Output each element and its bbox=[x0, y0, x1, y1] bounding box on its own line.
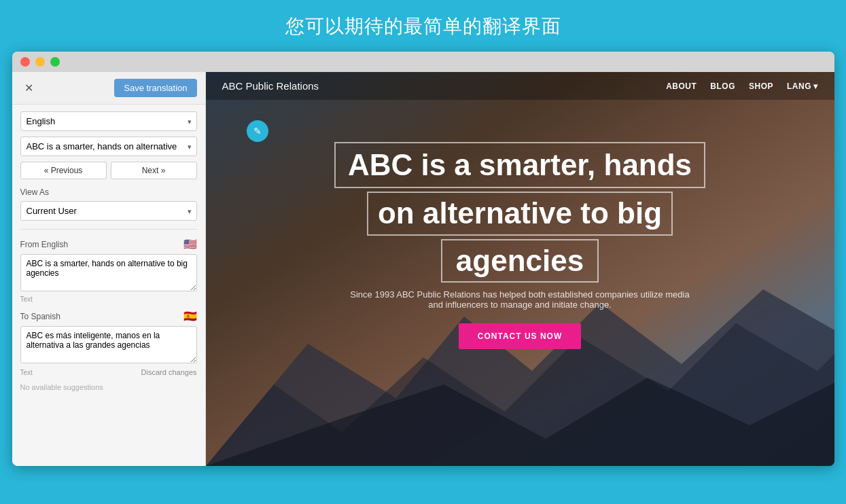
discard-row: Text Discard changes bbox=[20, 367, 197, 376]
browser-bar bbox=[12, 52, 834, 72]
close-button[interactable]: ✕ bbox=[20, 80, 37, 96]
site-logo: ABC Public Relations bbox=[222, 80, 319, 92]
to-label-row: To Spanish 🇪🇸 bbox=[20, 310, 197, 323]
headline-text-line3: agencies bbox=[456, 244, 584, 277]
headline-container: ABC is a smarter, hands on alternative t… bbox=[233, 142, 807, 283]
next-button[interactable]: Next » bbox=[111, 162, 197, 179]
headline-line3: agencies bbox=[441, 239, 599, 283]
language-select[interactable]: English bbox=[20, 111, 197, 131]
from-label-text: From English bbox=[20, 240, 69, 249]
panel-body: English ▾ ABC is a smarter, hands on alt… bbox=[12, 105, 205, 466]
headline-line2: on alternative to big bbox=[367, 192, 673, 235]
from-textarea[interactable]: ABC is a smarter, hands on alternative t… bbox=[20, 254, 197, 291]
divider bbox=[20, 229, 197, 230]
browser-content: ✕ Save translation English ▾ ABC is a sm… bbox=[12, 72, 834, 466]
previous-button[interactable]: « Previous bbox=[20, 162, 107, 179]
view-as-select-wrapper: Current User ▾ bbox=[20, 201, 197, 221]
suggestions-text: No available suggestions bbox=[20, 383, 197, 391]
to-textarea[interactable]: ABC es más inteligente, manos en la alte… bbox=[20, 326, 197, 363]
language-select-wrapper: English ▾ bbox=[20, 111, 197, 131]
browser-dot-green[interactable] bbox=[50, 57, 60, 67]
headline-text-line2: on alternative to big bbox=[378, 196, 662, 230]
lang-label: LANG bbox=[787, 82, 811, 91]
headline-text-line1: ABC is a smarter, hands bbox=[348, 148, 692, 181]
hero-subtext: Since 1993 ABC Public Relations has help… bbox=[350, 289, 690, 310]
right-panel: ABC Public Relations ABOUT BLOG SHOP LAN… bbox=[206, 72, 834, 466]
string-select-wrapper: ABC is a smarter, hands on alternative t… bbox=[20, 137, 197, 156]
from-flag: 🇺🇸 bbox=[183, 238, 197, 251]
nav-shop[interactable]: SHOP bbox=[749, 82, 773, 91]
save-translation-button[interactable]: Save translation bbox=[114, 79, 196, 97]
cta-button[interactable]: CONTACT US NOW bbox=[459, 323, 581, 349]
from-field-hint: Text bbox=[20, 295, 197, 303]
browser-dot-red[interactable] bbox=[20, 57, 30, 67]
from-label-row: From English 🇺🇸 bbox=[20, 238, 197, 251]
page-title: 您可以期待的最简单的翻译界面 bbox=[285, 14, 561, 39]
to-field-hint: Text bbox=[20, 369, 33, 376]
to-label-text: To Spanish bbox=[20, 312, 60, 321]
nav-blog[interactable]: BLOG bbox=[710, 82, 735, 91]
browser-window: ✕ Save translation English ▾ ABC is a sm… bbox=[12, 52, 834, 466]
headline-line1: ABC is a smarter, hands bbox=[334, 142, 705, 188]
discard-button[interactable]: Discard changes bbox=[141, 368, 197, 376]
nav-about[interactable]: ABOUT bbox=[666, 82, 697, 91]
to-section: To Spanish 🇪🇸 ABC es más inteligente, ma… bbox=[20, 310, 197, 376]
nav-buttons: « Previous Next » bbox=[20, 162, 197, 179]
nav-lang[interactable]: LANG ▾ bbox=[787, 82, 818, 91]
view-as-select[interactable]: Current User bbox=[20, 201, 197, 221]
view-as-label: View As bbox=[20, 187, 197, 197]
string-select[interactable]: ABC is a smarter, hands on alternative t… bbox=[20, 137, 197, 156]
lang-chevron-icon: ▾ bbox=[813, 82, 818, 91]
edit-icon[interactable]: ✎ bbox=[247, 120, 268, 142]
left-panel: ✕ Save translation English ▾ ABC is a sm… bbox=[12, 72, 206, 466]
to-flag: 🇪🇸 bbox=[183, 310, 197, 323]
hero-content: ✎ ABC is a smarter, hands on alternative… bbox=[206, 100, 834, 370]
browser-dot-yellow[interactable] bbox=[35, 57, 45, 67]
site-nav-links: ABOUT BLOG SHOP LANG ▾ bbox=[666, 82, 817, 91]
from-section: From English 🇺🇸 ABC is a smarter, hands … bbox=[20, 238, 197, 303]
website-nav: ABC Public Relations ABOUT BLOG SHOP LAN… bbox=[206, 72, 834, 100]
panel-header: ✕ Save translation bbox=[12, 72, 205, 105]
